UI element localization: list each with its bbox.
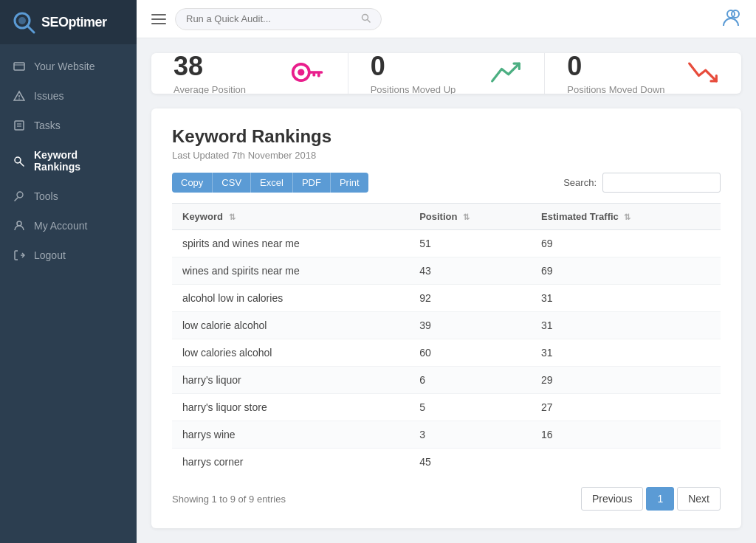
seoptimer-logo-icon — [12, 10, 35, 34]
table-search-group: Search: — [563, 173, 721, 193]
cell-position: 60 — [409, 339, 531, 367]
warning-icon — [13, 90, 25, 102]
sidebar-item-my-account[interactable]: My Account — [0, 211, 137, 241]
key-icon — [290, 59, 326, 89]
topbar — [137, 0, 756, 38]
topbar-right — [721, 7, 741, 32]
table-row: spirits and wines near me 51 69 — [172, 230, 721, 257]
table-toolbar: Copy CSV Excel PDF Print Search: — [172, 173, 721, 193]
stats-row: 38 Average Position 0 Positions — [151, 53, 741, 94]
svg-rect-23 — [317, 73, 320, 77]
cell-position: 51 — [409, 230, 531, 257]
copy-button[interactable]: Copy — [172, 173, 212, 193]
main-area: 38 Average Position 0 Positions — [137, 0, 756, 543]
rankings-section: Keyword Rankings Last Updated 7th Novemb… — [151, 108, 741, 528]
cell-keyword: harrys wine — [172, 421, 409, 449]
cell-traffic: 31 — [531, 339, 721, 367]
cell-keyword: wines and spirits near me — [172, 257, 409, 285]
search-icon — [361, 13, 371, 25]
cell-position: 39 — [409, 312, 531, 339]
svg-line-1 — [27, 26, 34, 32]
sidebar-navigation: Your Website Issues Tasks — [0, 44, 137, 543]
logout-icon — [13, 249, 25, 261]
user-avatar-icon[interactable] — [721, 11, 741, 31]
search-input[interactable] — [186, 13, 357, 24]
svg-line-13 — [15, 198, 18, 201]
arrow-up-icon — [489, 59, 522, 89]
sidebar-label-tasks: Tasks — [34, 120, 61, 131]
stat-positions-moved-up: 0 Positions Moved Up — [348, 53, 546, 94]
cell-position: 92 — [409, 285, 531, 312]
cell-traffic: 31 — [531, 312, 721, 339]
sort-traffic-icon: ⇅ — [624, 212, 630, 222]
sidebar-label-my-account: My Account — [34, 220, 87, 232]
next-button[interactable]: Next — [677, 487, 721, 511]
csv-button[interactable]: CSV — [212, 173, 250, 193]
table-row: low calories alcohol 60 31 — [172, 339, 721, 367]
stat-average-position-value: 38 — [173, 53, 246, 80]
cell-keyword: harrys corner — [172, 449, 409, 476]
page-1-button[interactable]: 1 — [646, 487, 674, 511]
hamburger-button[interactable] — [151, 14, 166, 24]
pagination: Previous 1 Next — [581, 487, 721, 511]
sidebar-item-your-website[interactable]: Your Website — [0, 52, 137, 81]
excel-button[interactable]: Excel — [250, 173, 292, 193]
table-row: alcohol low in calories 92 31 — [172, 285, 721, 312]
table-row: harry's liquor 6 29 — [172, 367, 721, 394]
table-search-input[interactable] — [602, 173, 721, 193]
cell-traffic: 27 — [531, 394, 721, 421]
search-label: Search: — [563, 177, 597, 188]
cell-keyword: harry's liquor — [172, 367, 409, 394]
stat-positions-moved-up-info: 0 Positions Moved Up — [371, 53, 456, 94]
svg-rect-24 — [312, 73, 315, 77]
svg-line-12 — [20, 162, 24, 166]
cell-traffic — [531, 449, 721, 476]
print-button[interactable]: Print — [330, 173, 368, 193]
tasks-icon — [13, 120, 25, 131]
arrow-down-icon — [687, 59, 719, 89]
table-row: low calorie alcohol 39 31 — [172, 312, 721, 339]
table-header: Keyword ⇅ Position ⇅ Estimated Traffic ⇅ — [172, 204, 721, 230]
quick-audit-search[interactable] — [175, 8, 382, 30]
cell-keyword: spirits and wines near me — [172, 230, 409, 257]
col-estimated-traffic[interactable]: Estimated Traffic ⇅ — [531, 204, 721, 230]
table-row: harry's liquor store 5 27 — [172, 394, 721, 421]
table-body: spirits and wines near me 51 69 wines an… — [172, 230, 721, 476]
cell-position: 5 — [409, 394, 531, 421]
svg-point-7 — [18, 98, 20, 100]
cell-traffic: 16 — [531, 421, 721, 449]
cell-position: 6 — [409, 367, 531, 394]
sidebar-item-keyword-rankings[interactable]: Keyword Rankings — [0, 140, 137, 181]
previous-button[interactable]: Previous — [581, 487, 643, 511]
cell-keyword: low calorie alcohol — [172, 312, 409, 339]
sidebar-label-your-website: Your Website — [34, 60, 95, 72]
stat-positions-moved-down: 0 Positions Moved Down — [545, 53, 741, 94]
rankings-title: Keyword Rankings — [172, 126, 721, 147]
key-nav-icon — [13, 155, 25, 167]
stat-positions-moved-down-label: Positions Moved Down — [567, 84, 664, 94]
sidebar-item-issues[interactable]: Issues — [0, 81, 137, 111]
stat-average-position: 38 Average Position — [151, 53, 348, 94]
stat-positions-moved-up-label: Positions Moved Up — [371, 84, 456, 94]
stat-average-position-info: 38 Average Position — [173, 53, 246, 94]
col-position[interactable]: Position ⇅ — [409, 204, 531, 230]
table-row: wines and spirits near me 43 69 — [172, 257, 721, 285]
cell-keyword: alcohol low in calories — [172, 285, 409, 312]
sort-keyword-icon: ⇅ — [229, 212, 236, 222]
cell-traffic: 69 — [531, 230, 721, 257]
sidebar-label-issues: Issues — [34, 90, 63, 102]
pdf-button[interactable]: PDF — [292, 173, 330, 193]
col-keyword[interactable]: Keyword ⇅ — [172, 204, 409, 230]
sidebar-label-tools: Tools — [34, 190, 58, 202]
table-row: harrys wine 3 16 — [172, 421, 721, 449]
svg-point-14 — [17, 221, 21, 226]
svg-rect-3 — [14, 63, 24, 70]
sidebar-item-tools[interactable]: Tools — [0, 181, 137, 211]
showing-text: Showing 1 to 9 of 9 entries — [172, 494, 286, 505]
table-footer: Showing 1 to 9 of 9 entries Previous 1 N… — [172, 487, 721, 511]
sidebar-item-logout[interactable]: Logout — [0, 241, 137, 270]
cell-position: 45 — [409, 449, 531, 476]
sidebar-item-tasks[interactable]: Tasks — [0, 111, 137, 140]
sidebar-logo[interactable]: SEOptimer — [0, 0, 137, 44]
export-buttons: Copy CSV Excel PDF Print — [172, 173, 368, 193]
